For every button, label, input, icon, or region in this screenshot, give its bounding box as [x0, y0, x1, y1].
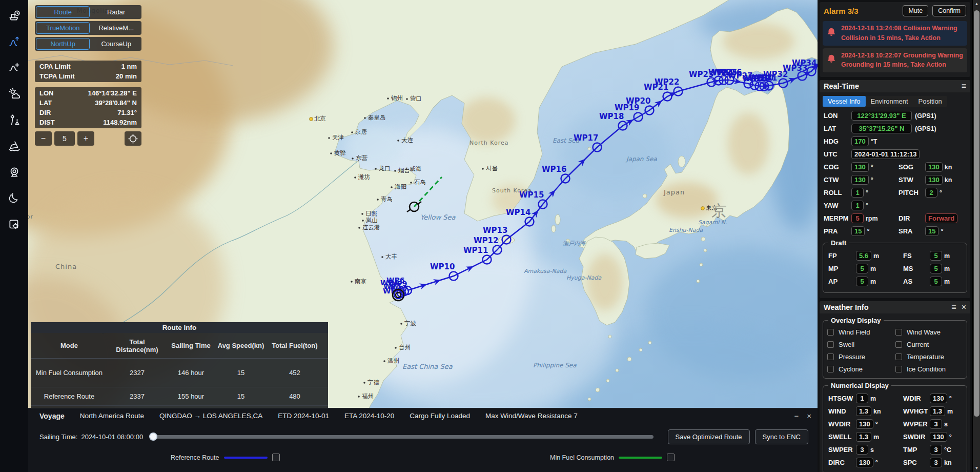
hdg-value[interactable]: 170	[851, 136, 869, 146]
checkbox[interactable]	[895, 366, 902, 372]
swper-value[interactable]: 3	[856, 445, 868, 455]
toggle-relativem-button[interactable]: RelativeM...	[91, 21, 141, 35]
tab-vessel-info[interactable]: Vessel Info	[823, 96, 866, 107]
close-icon[interactable]: ×	[807, 411, 811, 420]
sidebar-item-system-settings[interactable]	[7, 218, 21, 231]
slider-knob[interactable]	[149, 432, 157, 441]
wvper-label: WVPER	[903, 420, 930, 428]
sidebar-item-surveillance[interactable]	[7, 165, 21, 179]
zoom-out-button[interactable]: −	[35, 131, 52, 146]
overlay-option-temperature[interactable]: Temperature	[895, 353, 964, 361]
row-right: WDIR130°	[903, 394, 962, 403]
city-dot	[391, 186, 393, 188]
scroll-up-icon[interactable]: ▲	[973, 2, 980, 6]
toggle-route-button[interactable]: Route	[36, 6, 90, 18]
min-fuel-checkbox[interactable]	[667, 454, 675, 461]
wvhgt-value[interactable]: 1.3	[930, 406, 945, 416]
sog-value[interactable]: 130	[925, 162, 943, 172]
panel-scrollbar[interactable]: ▲ ▼	[972, 0, 980, 472]
mute-button[interactable]: Mute	[903, 5, 928, 16]
ms-unit: m	[944, 265, 950, 272]
minimize-icon[interactable]: −	[794, 411, 799, 420]
as-value[interactable]: 5	[930, 277, 942, 286]
yaw-value[interactable]: 1	[851, 201, 864, 210]
zoom-in-button[interactable]: +	[77, 131, 94, 146]
overlay-option-current[interactable]: Current	[895, 341, 964, 348]
sidebar-item-ship-schedule[interactable]	[7, 8, 21, 22]
swell-value[interactable]: 1.3	[856, 432, 871, 442]
overlay-option-wind-field[interactable]: Wind Field	[827, 328, 895, 336]
wvper-value[interactable]: 3	[930, 419, 942, 429]
overlay-option-pressure[interactable]: Pressure	[827, 353, 895, 361]
toggle-truemotion-button[interactable]: TrueMotion	[36, 22, 90, 34]
checkbox[interactable]	[827, 366, 834, 372]
checkbox[interactable]	[895, 341, 902, 348]
sidebar-item-night-mode[interactable]	[7, 191, 21, 205]
voyage-meta-item: Cargo Fully Loaded	[410, 412, 470, 420]
scroll-down-icon[interactable]: ▼	[973, 466, 980, 470]
lat-value[interactable]: 35°37'15.26" N	[851, 124, 912, 133]
pitch-value[interactable]: 2	[925, 188, 937, 198]
swdir-value[interactable]: 130	[930, 432, 947, 442]
close-icon[interactable]: ×	[962, 303, 966, 311]
menu-icon[interactable]: ≡	[962, 82, 966, 90]
roll-value[interactable]: 1	[851, 188, 864, 198]
menu-icon[interactable]: ≡	[951, 303, 956, 311]
tab-environment[interactable]: Environment	[866, 96, 913, 107]
sailing-time-slider[interactable]	[150, 435, 653, 439]
sidebar-item-ship-salvage[interactable]	[7, 139, 21, 153]
checkbox[interactable]	[827, 329, 834, 336]
merpm-value[interactable]: 5	[851, 213, 864, 223]
hdg-unit: °T	[871, 138, 877, 145]
tab-position[interactable]: Position	[913, 96, 947, 107]
route-info-row[interactable]: Reference Route2337155 hour15480	[31, 387, 328, 406]
lon-label: LON	[824, 112, 851, 120]
wdir-value[interactable]: 130	[930, 394, 947, 403]
sidebar-item-route-monitoring[interactable]	[7, 34, 21, 48]
pra-value[interactable]: 15	[851, 226, 865, 236]
alarm-item[interactable]: 2024-12-18 13:24:08 Collision WarningCol…	[823, 21, 967, 46]
lon-value[interactable]: 122°31'29.93" E	[851, 111, 912, 121]
scrollbar-thumb[interactable]	[974, 10, 979, 417]
utc-value[interactable]: 2024-01-01 11:12:13	[851, 149, 920, 159]
toggle-northup-button[interactable]: NorthUp	[36, 38, 90, 50]
sidebar-item-route-planning[interactable]	[7, 61, 21, 74]
row-right: WVPER3s	[903, 419, 962, 429]
htsgw-value[interactable]: 1	[856, 394, 868, 403]
toggle-radar-button[interactable]: Radar	[91, 5, 141, 19]
alarm-item[interactable]: 2024-12-18 10:22:07 Grounding WarningGro…	[823, 48, 967, 73]
checkbox[interactable]	[827, 353, 834, 360]
reference-route-checkbox[interactable]	[272, 454, 280, 461]
wvdir-value[interactable]: 130	[856, 419, 873, 429]
toggle-courseup-button[interactable]: CourseUp	[91, 37, 141, 51]
route-info-row[interactable]: Min Fuel Consumption2327146 hour15452	[31, 359, 328, 387]
checkbox[interactable]	[895, 353, 902, 360]
waypoint-cluster-label: WP9	[389, 280, 407, 288]
stw-value[interactable]: 130	[925, 175, 943, 185]
mp-value[interactable]: 5	[856, 264, 868, 273]
ms-value[interactable]: 5	[930, 264, 942, 273]
sra-value[interactable]: 15	[925, 226, 938, 236]
dirc-value[interactable]: 130	[856, 458, 873, 467]
spc-value[interactable]: 3	[930, 458, 942, 467]
ctw-value[interactable]: 130	[851, 175, 869, 185]
sync-to-enc-button[interactable]: Sync to ENC	[755, 429, 808, 444]
save-optimized-route-button[interactable]: Save Optimized Route	[668, 429, 750, 444]
confirm-button[interactable]: Confirm	[932, 5, 966, 16]
wind-value[interactable]: 1.3	[856, 406, 871, 416]
sidebar-item-navigation-aids[interactable]	[7, 113, 21, 127]
dir-value[interactable]: Forward	[925, 213, 957, 223]
overlay-option-ice-condition[interactable]: Ice Condition	[895, 365, 964, 373]
overlay-option-cyclone[interactable]: Cyclone	[827, 365, 895, 373]
ap-value[interactable]: 5	[856, 277, 868, 286]
fs-value[interactable]: 5	[930, 251, 942, 261]
sidebar-item-weather[interactable]	[7, 87, 21, 101]
checkbox[interactable]	[827, 341, 834, 348]
checkbox[interactable]	[895, 329, 902, 336]
overlay-option-wind-wave[interactable]: Wind Wave	[895, 328, 964, 336]
fp-value[interactable]: 5.6	[856, 251, 871, 261]
cog-value[interactable]: 130	[851, 162, 869, 172]
overlay-option-swell[interactable]: Swell	[827, 341, 895, 348]
center-ship-button[interactable]	[125, 131, 141, 146]
tmp-value[interactable]: 3	[930, 445, 942, 455]
